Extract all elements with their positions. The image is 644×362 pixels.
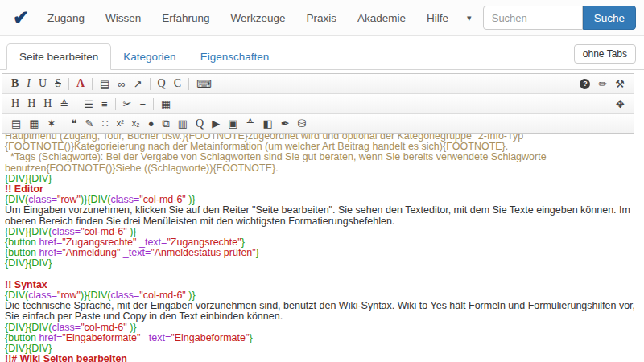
admin-wrench-icon[interactable]: ⚒: [611, 79, 629, 89]
edit-pencil-icon[interactable]: ✏: [594, 79, 611, 89]
tab-strip: Seite bearbeitenKategorienEigenschaften …: [0, 43, 644, 70]
bullet-list-icon[interactable]: ☰: [80, 99, 97, 109]
external-link-icon[interactable]: ↗: [130, 79, 147, 89]
search-input[interactable]: [483, 6, 583, 30]
plugin-box-icon[interactable]: ▤: [7, 118, 25, 129]
archive-icon[interactable]: ▥: [174, 118, 192, 129]
ohne-tabs-button[interactable]: ohne Tabs: [574, 44, 636, 64]
italic-icon[interactable]: I: [23, 78, 35, 89]
keyboard-icon[interactable]: ⌨: [192, 79, 216, 89]
cut-icon[interactable]: ✂: [119, 99, 136, 109]
play-icon[interactable]: ▶: [208, 118, 224, 129]
syntax-segment-purple: href=: [39, 247, 62, 258]
syntax-segment-green: )}{DIV(: [80, 194, 111, 205]
redo-icon[interactable]: C: [170, 78, 185, 89]
editor-line[interactable]: {button href="Anmeldung" _text="Anmeldes…: [5, 248, 631, 258]
heading3-icon[interactable]: H: [39, 98, 56, 109]
syntax-segment-green: )}: [130, 226, 136, 237]
toolbar-row2-left: HHH≙☰≡✂−▦: [7, 98, 175, 110]
tab-seite-bearbeiten[interactable]: Seite bearbeiten: [6, 43, 111, 70]
syntax-segment-red: "row": [57, 290, 80, 301]
toolbar-separator: [115, 98, 116, 110]
copy-icon[interactable]: ⧉: [159, 118, 174, 129]
text-color-icon[interactable]: A: [72, 78, 89, 89]
wiki-text-editor[interactable]: Hauptmenü (Zugang, Tour, Bücher usw.){FO…: [2, 134, 634, 362]
comment-icon[interactable]: ●: [144, 118, 159, 129]
toolbar-row-3: ▤▦✶❝✎∷x²x₂●⧉▥Q▶▣≙◧✒⛁: [2, 114, 634, 133]
search-button[interactable]: Suche: [583, 6, 636, 30]
editor-line[interactable]: [5, 269, 631, 280]
syntax-segment-red: "col-md-6": [139, 194, 188, 205]
syntax-segment-purple: class=: [52, 226, 80, 237]
syntax-segment-text: Die technische Sprache, mit der Eingaben…: [5, 300, 634, 311]
strikethrough-icon[interactable]: S: [51, 78, 65, 89]
brush-icon[interactable]: ✒: [277, 118, 294, 129]
editor-line[interactable]: {DIV}{DIV}: [5, 174, 631, 184]
syntax-segment-green: {DIV(: [5, 194, 28, 205]
contrast-icon[interactable]: ◧: [258, 118, 276, 129]
tab-eigenschaften[interactable]: Eigenschaften: [188, 44, 282, 69]
syntax-segment-purple: class=: [111, 194, 140, 205]
nav-item-akademie[interactable]: Akademie: [347, 6, 416, 31]
nav-item-zugang[interactable]: Zugang: [37, 6, 95, 31]
toolbar-separator: [76, 98, 76, 110]
quote-icon[interactable]: ❝: [68, 118, 81, 129]
syntax-segment-red: "Eingabeformate": [62, 332, 140, 343]
table-icon[interactable]: ▦: [157, 99, 175, 109]
syntax-segment-green: {DIV}{DIV(: [5, 226, 52, 237]
toolbar-row1-left: BIUSA▤∞↗QC⌨: [7, 78, 216, 90]
tab-kategorien[interactable]: Kategorien: [111, 44, 188, 69]
find-icon[interactable]: Q: [192, 118, 208, 130]
numbered-list-icon[interactable]: ≡: [97, 99, 112, 109]
syntax-segment-red: "col-md-6": [80, 322, 130, 333]
heading1-icon[interactable]: H: [7, 98, 23, 109]
toolbar-separator: [68, 78, 69, 90]
fancytable-icon[interactable]: ▦: [25, 118, 43, 129]
superscript-icon[interactable]: x²: [113, 119, 128, 128]
editor-line[interactable]: !!# Wiki Seiten bearbeiten: [5, 354, 631, 362]
search-group: Suche: [483, 6, 636, 30]
syntax-segment-text: Sie einfach per Paste und Copy in den Te…: [5, 311, 283, 322]
syntax-segment-purple: class=: [28, 194, 57, 205]
toolbar-separator: [188, 78, 189, 90]
nav-item-werkzeuge[interactable]: Werkzeuge: [220, 6, 295, 31]
syntax-segment-redbold: !! Editor: [5, 183, 43, 195]
wizard-wand-icon[interactable]: ✶: [43, 118, 60, 129]
toolbar-row2-right: ✥: [612, 99, 629, 109]
underline-icon[interactable]: U: [35, 78, 51, 89]
toolbar-row-1: BIUSA▤∞↗QC⌨ ?✏⚒: [2, 74, 634, 94]
syntax-segment-text: Um Eingaben vorzunehmen, klicken Sie auf…: [5, 204, 630, 216]
editor-line[interactable]: {button href="Eingabeformate" _text="Ein…: [5, 333, 631, 343]
nav-item-praxis[interactable]: Praxis: [296, 6, 348, 31]
horizontal-rule-icon[interactable]: −: [135, 99, 150, 109]
syntax-segment-tan: benutzen{FOOTNOTE()}Siehe ((Schlagworte)…: [5, 162, 279, 174]
link-icon[interactable]: ∞: [114, 79, 129, 89]
menu-chevron-down-icon[interactable]: ▾: [459, 6, 480, 30]
nav-item-wissen[interactable]: Wissen: [95, 6, 151, 31]
syntax-segment-text: oberen Bereich finden Sie drei Menüleist…: [5, 216, 394, 227]
toolbar-row1-right: ?✏⚒: [576, 79, 629, 89]
search-replace-icon[interactable]: Q: [154, 78, 170, 89]
title-bar-icon[interactable]: ≙: [56, 99, 72, 109]
editor-line[interactable]: {DIV}{DIV}: [5, 258, 631, 269]
align-icon[interactable]: ≙: [242, 118, 259, 129]
syntax-segment-red: "col-md-6": [80, 226, 130, 237]
bold-icon[interactable]: B: [7, 78, 23, 89]
fullscreen-icon[interactable]: ✥: [612, 99, 629, 109]
editor-line[interactable]: benutzen{FOOTNOTE()}Siehe ((Schlagworte)…: [5, 163, 631, 174]
special-chars-icon[interactable]: ∷: [97, 118, 112, 129]
syntax-segment-red: "Anmeldestatus prüfen": [151, 247, 255, 258]
draw-icon[interactable]: ✎: [81, 118, 98, 129]
nav-item-erfahrung[interactable]: Erfahrung: [151, 6, 220, 31]
heading2-icon[interactable]: H: [23, 98, 39, 109]
image-icon[interactable]: ▤: [96, 79, 114, 89]
nav-item-hilfe[interactable]: Hilfe: [416, 6, 459, 31]
syntax-segment-green: }: [242, 237, 245, 248]
site-logo-checkmark-icon[interactable]: ✔: [13, 6, 29, 29]
media-icon[interactable]: ▣: [224, 118, 242, 129]
help-icon[interactable]: ?: [580, 79, 590, 89]
layers-icon[interactable]: ⛁: [294, 118, 311, 129]
syntax-segment-purple: href=: [39, 332, 62, 343]
subscript-icon[interactable]: x₂: [128, 119, 144, 128]
syntax-segment-purple: class=: [52, 322, 80, 333]
